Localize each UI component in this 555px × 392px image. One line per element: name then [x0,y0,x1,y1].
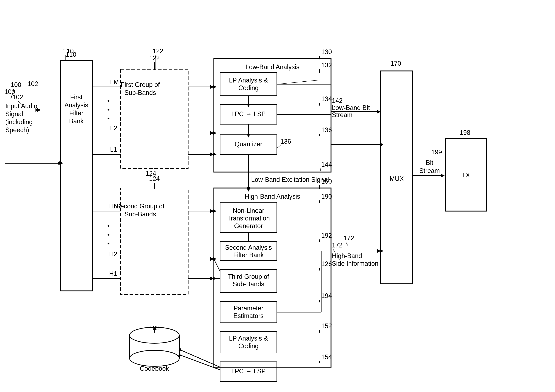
hba-title: High-Band Analysis [245,193,300,200]
nltg-l3: Generator [234,222,263,229]
fgsb-line1: First Group of [121,81,160,88]
svg-marker-79 [213,131,217,135]
hbsi-ref: 172 [332,242,343,249]
mux-ref: 170 [390,60,401,67]
diagram-container: 100 102 Input Audio Signal (including Sp… [0,0,555,392]
input-audio-line3: (including [5,118,33,126]
lp-coding-ref: 132 [321,62,332,69]
svg-marker-81 [213,153,217,156]
svg-marker-97 [247,134,250,137]
lbbs-l1: Low-Band Bit [332,104,370,111]
lbes-label: Low-Band Excitation Signal [251,176,329,183]
pe-l1: Parameter [234,305,263,312]
svg-marker-61 [59,161,63,165]
svg-marker-72 [380,143,383,147]
quantizer-low-ref1: 136 [321,126,332,134]
nltg-ref: 190 [321,193,332,200]
input-audio-line4: Speech) [5,126,29,134]
h2-label: H2 [109,250,117,258]
ref-124: 124 [146,170,156,177]
dots-lower: • [107,222,110,229]
svg-line-66 [277,145,280,148]
svg-marker-34 [377,110,381,114]
bs-l2: Stream [419,167,440,174]
bs-ref: 199 [431,149,442,156]
tx-label: TX [462,171,470,179]
tx-ref: 198 [460,129,470,136]
pe-l2: Estimators [234,312,263,320]
input-audio-line1: Input Audio [5,102,37,110]
svg-marker-4 [37,108,41,112]
codebook-bottom-ellipse [130,350,179,366]
svg-marker-75 [247,188,250,192]
fgsb-ref: 122 [149,54,160,62]
dots-lower2: • [107,231,110,238]
svg-marker-89 [380,249,383,253]
lpc-lsp-high-label: LPC → LSP [231,368,266,375]
sgsb-line1: Second Group of [116,203,165,210]
tgsb-ref: 126 [321,260,332,267]
ref-110: 110 [63,47,74,55]
svg-marker-83 [213,209,217,213]
svg-marker-95 [247,104,250,107]
safb-l1: Second Analysis [225,244,272,251]
hbsi-l1: High-Band [332,252,362,259]
nltg-l2: Transformation [227,215,270,222]
sgsb-line2: Sub-Bands [124,211,156,218]
lp-analysis-low-l2: Coding [238,84,259,92]
fgsb-line2: Sub-Bands [124,89,156,96]
svg-line-104 [214,259,220,271]
hbsi-l2: Side Information [332,260,378,267]
lbbs-l2: Stream [332,111,352,119]
lpc-lsp-low-label: LPC → LSP [231,110,266,118]
lp-analysis-high-l2: Coding [238,342,259,349]
main-ref-100: 100 [11,81,21,88]
pe-ref: 194 [321,292,332,299]
lp-analysis-low-l1: LP Analysis & [229,77,268,84]
safb-ref: 192 [321,232,332,239]
lp-analysis-high-ref: 152 [321,322,332,329]
fafb-line1: First [70,93,82,101]
svg-marker-77 [213,85,217,89]
mux-label: MUX [390,175,404,182]
fafb-line2: Analysis [65,101,88,109]
codebook-label: Codebook [140,365,169,372]
svg-line-49 [333,249,335,252]
ref-172: 172 [343,235,354,242]
input-signal-label: 102 [12,93,23,101]
lpc-lsp-high-ref: 154 [321,353,332,361]
fafb-line3: Filter [69,109,83,117]
safb-l2: Filter Bank [233,251,264,259]
h1-label: H1 [109,270,117,277]
tgsb-l2: Sub-Bands [233,280,264,288]
bs-l1: Bit [426,159,433,166]
q-low-ref2: 136 [280,138,291,145]
l2-label: L2 [110,125,117,132]
svg-marker-57 [441,174,445,177]
lpc-lsp-low-ref: 134 [321,95,332,102]
svg-line-102 [346,242,348,246]
lba-title: Low-Band Analysis [245,63,299,71]
lbes-ref: 144 [321,161,332,168]
input-audio-line2: Signal [5,110,23,118]
dots-upper2: • [107,106,110,113]
lbbs-ref: 142 [332,97,343,104]
dots-upper: • [107,97,110,104]
lm-label: LM [110,78,119,86]
lba-ref: 130 [321,48,332,56]
svg-line-63 [277,80,321,84]
dots-lower3: • [107,240,110,247]
lp-analysis-high-l1: LP Analysis & [229,335,268,342]
quantizer-low-label: Quantizer [235,141,262,148]
dots-upper3: • [107,115,110,122]
ref-102: 102 [28,80,38,87]
hba-ref: 150 [321,178,332,185]
ref-122: 122 [153,47,163,55]
l1-label: L1 [110,146,117,153]
fafb-line4: Bank [69,117,84,125]
nltg-l1: Non-Linear [233,207,264,214]
tgsb-l1: Third Group of [228,273,269,280]
